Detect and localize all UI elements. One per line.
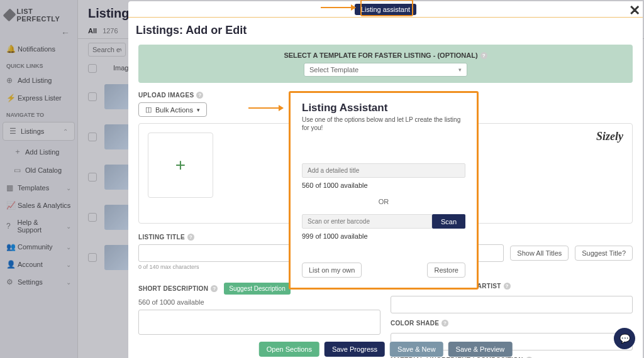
help-icon[interactable]: ? (187, 234, 194, 241)
save-progress-button[interactable]: Save Progress (325, 342, 385, 357)
bulk-icon: ◫ (145, 106, 152, 114)
bulk-label: Bulk Actions (155, 106, 193, 114)
desc-avail: 560 of 1000 available (138, 298, 380, 306)
template-bar: SELECT A TEMPLATE FOR FASTER LISTING - (… (138, 45, 633, 83)
barcode-avail: 999 of 1000 available (302, 232, 465, 240)
help-icon[interactable]: ? (211, 285, 218, 292)
template-bar-label: SELECT A TEMPLATE FOR FASTER LISTING - (… (284, 52, 487, 59)
annotation-arrow-icon (321, 7, 355, 8)
short-desc-text: SHORT DESCRIPTION (138, 285, 208, 292)
close-icon[interactable]: ✕ (629, 4, 640, 18)
restore-button[interactable]: Restore (427, 263, 465, 278)
assistant-actions: List on my own Restore (302, 263, 465, 278)
template-label-text: SELECT A TEMPLATE FOR FASTER LISTING - (… (284, 52, 477, 59)
save-new-button[interactable]: Save & New (390, 342, 443, 357)
or-divider: OR (302, 198, 465, 205)
barcode-input[interactable] (302, 214, 432, 229)
modal-topbar: Listing assistant (128, 1, 643, 18)
assistant-heading: Listing Assistant (302, 102, 465, 114)
list-on-my-own-button[interactable]: List on my own (302, 263, 362, 278)
listing-assistant-popup: Listing Assistant Use one of the options… (289, 91, 479, 290)
save-preview-button[interactable]: Save & Preview (448, 342, 513, 357)
assistant-sub: Use one of the options below and let LP … (302, 116, 465, 132)
scan-button[interactable]: Scan (432, 214, 465, 229)
scan-row: Scan (302, 214, 465, 229)
upload-label-text: UPLOAD IMAGES (138, 92, 194, 99)
sizely-badge[interactable]: Sizely (596, 130, 623, 143)
bulk-actions-button[interactable]: ◫ Bulk Actions ▾ (138, 102, 207, 117)
bottom-action-bar: Open Sections Save Progress Save & New S… (259, 342, 513, 357)
help-icon[interactable]: ? (441, 320, 448, 327)
brand-input[interactable] (391, 296, 633, 313)
short-desc-input[interactable] (138, 310, 380, 335)
open-sections-button[interactable]: Open Sections (259, 342, 319, 357)
help-icon[interactable]: ? (504, 283, 511, 290)
chat-bubble-icon[interactable]: 💬 (614, 328, 635, 349)
upload-tile[interactable]: + (148, 133, 213, 198)
listing-title-text: LISTING TITLE (138, 234, 185, 241)
show-all-titles-button[interactable]: Show All Titles (510, 246, 569, 261)
color-label-text: COLOR SHADE (391, 320, 439, 327)
assistant-title-input[interactable] (302, 163, 465, 178)
annotation-arrow-icon (248, 107, 283, 109)
color-label: COLOR SHADE ? (391, 320, 628, 327)
template-select-label: Select Template (309, 66, 358, 73)
help-icon[interactable]: ? (196, 92, 203, 99)
help-icon[interactable]: ? (480, 52, 487, 59)
suggest-title-button[interactable]: Suggest Title? (575, 246, 633, 261)
caret-down-icon: ▾ (458, 67, 462, 73)
assistant-title-avail: 560 of 1000 available (302, 182, 465, 189)
modal-title: Listings: Add or Edit (128, 18, 643, 42)
suggest-description-button[interactable]: Suggest Description (224, 283, 291, 295)
template-select[interactable]: Select Template ▾ (304, 63, 467, 77)
listing-assistant-button[interactable]: Listing assistant (355, 4, 416, 15)
caret-down-icon: ▾ (197, 107, 200, 113)
